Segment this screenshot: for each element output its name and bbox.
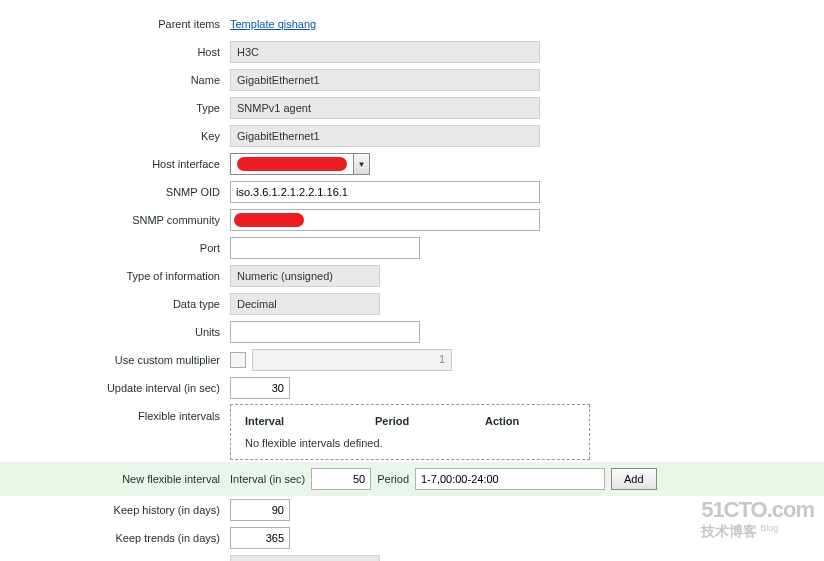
label-new-flex: New flexible interval [0, 473, 230, 485]
row-update-interval: Update interval (in sec) [0, 374, 824, 402]
item-form: Parent items Template qishang Host H3C N… [0, 0, 824, 561]
row-store-value: Store value As is [0, 552, 824, 561]
redacted-content [234, 213, 304, 227]
label-type-of-info: Type of information [0, 270, 230, 282]
row-snmp-oid: SNMP OID [0, 178, 824, 206]
row-key: Key GigabitEthernet1 [0, 122, 824, 150]
newflex-period-input[interactable] [415, 468, 605, 490]
host-interface-select[interactable]: ▼ [230, 153, 370, 175]
parent-items-link[interactable]: Template qishang [230, 18, 316, 30]
port-input[interactable] [230, 237, 420, 259]
flexible-intervals-panel: Interval Period Action No flexible inter… [230, 404, 590, 460]
label-keep-trends: Keep trends (in days) [0, 532, 230, 544]
row-keep-trends: Keep trends (in days) [0, 524, 824, 552]
data-type-field: Decimal [230, 293, 380, 315]
snmp-oid-input[interactable] [230, 181, 540, 203]
host-field: H3C [230, 41, 540, 63]
label-data-type: Data type [0, 298, 230, 310]
label-update-interval: Update interval (in sec) [0, 382, 230, 394]
row-port: Port [0, 234, 824, 262]
redacted-content [237, 157, 347, 171]
store-value-field: As is [230, 555, 380, 561]
label-snmp-community: SNMP community [0, 214, 230, 226]
row-host-interface: Host interface ▼ [0, 150, 824, 178]
col-interval: Interval [245, 415, 375, 427]
label-flexible-intervals: Flexible intervals [0, 404, 230, 422]
row-snmp-community: SNMP community [0, 206, 824, 234]
newflex-period-label: Period [377, 473, 409, 485]
label-port: Port [0, 242, 230, 254]
type-field: SNMPv1 agent [230, 97, 540, 119]
label-type: Type [0, 102, 230, 114]
row-new-flexible-interval: New flexible interval Interval (in sec) … [0, 462, 824, 496]
name-field: GigabitEthernet1 [230, 69, 540, 91]
col-action: Action [485, 415, 519, 427]
row-name: Name GigabitEthernet1 [0, 66, 824, 94]
add-button[interactable]: Add [611, 468, 657, 490]
type-of-info-field: Numeric (unsigned) [230, 265, 380, 287]
label-custom-multiplier: Use custom multiplier [0, 354, 230, 366]
row-parent-items: Parent items Template qishang [0, 10, 824, 38]
row-custom-multiplier: Use custom multiplier 1 [0, 346, 824, 374]
keep-trends-input[interactable] [230, 527, 290, 549]
flex-empty-msg: No flexible intervals defined. [245, 437, 575, 449]
label-name: Name [0, 74, 230, 86]
row-flexible-intervals: Flexible intervals Interval Period Actio… [0, 402, 824, 462]
label-host-interface: Host interface [0, 158, 230, 170]
newflex-interval-label: Interval (in sec) [230, 473, 305, 485]
row-units: Units [0, 318, 824, 346]
label-units: Units [0, 326, 230, 338]
row-keep-history: Keep history (in days) [0, 496, 824, 524]
col-period: Period [375, 415, 485, 427]
row-data-type: Data type Decimal [0, 290, 824, 318]
label-snmp-oid: SNMP OID [0, 186, 230, 198]
newflex-interval-input[interactable] [311, 468, 371, 490]
row-host: Host H3C [0, 38, 824, 66]
custom-multiplier-checkbox[interactable] [230, 352, 246, 368]
keep-history-input[interactable] [230, 499, 290, 521]
row-type: Type SNMPv1 agent [0, 94, 824, 122]
key-field: GigabitEthernet1 [230, 125, 540, 147]
update-interval-input[interactable] [230, 377, 290, 399]
chevron-down-icon[interactable]: ▼ [354, 153, 370, 175]
label-parent-items: Parent items [0, 18, 230, 30]
label-key: Key [0, 130, 230, 142]
row-type-of-info: Type of information Numeric (unsigned) [0, 262, 824, 290]
multiplier-input: 1 [252, 349, 452, 371]
label-keep-history: Keep history (in days) [0, 504, 230, 516]
label-host: Host [0, 46, 230, 58]
units-input[interactable] [230, 321, 420, 343]
